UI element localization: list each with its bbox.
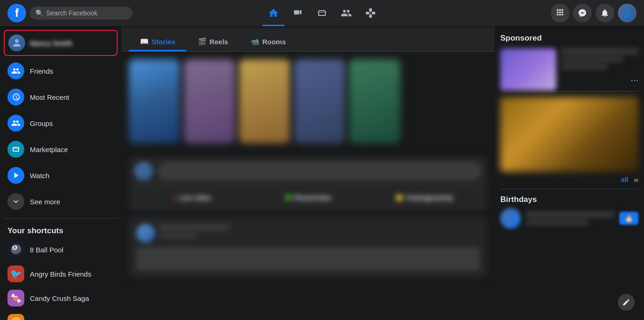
sidebar-user-avatar <box>8 35 25 51</box>
apps-button[interactable] <box>551 4 569 22</box>
story-card[interactable] <box>349 59 400 143</box>
story-card[interactable] <box>294 59 345 143</box>
ad-description <box>561 57 623 62</box>
sponsored-ad[interactable] <box>500 49 638 90</box>
birthday-send-button[interactable]: 🎂 <box>619 212 638 225</box>
sidebar-item-marketplace-label: Marketplace <box>30 146 68 153</box>
feeling-icon: 😊 <box>395 194 403 202</box>
feed-post-header <box>136 224 480 243</box>
user-avatar-button[interactable]: 👤 <box>618 4 637 22</box>
post-input-area <box>134 162 482 181</box>
stories-grid <box>121 52 495 151</box>
main-layout: Nancy Smith Friends Most Recent Groups M <box>0 26 644 320</box>
post-input-bar[interactable] <box>158 162 482 181</box>
nav-marketplace-button[interactable] <box>311 2 333 24</box>
nav-groups-button[interactable] <box>335 2 357 24</box>
sidebar-item-most-recent[interactable]: Most Recent <box>4 84 118 110</box>
most-recent-icon <box>7 89 24 105</box>
sponsored-large-image[interactable] <box>500 97 638 172</box>
birthday-info <box>525 220 588 225</box>
topnav: f 🔍 👤 <box>0 0 644 26</box>
shortcut-8ball[interactable]: 🎱 8 Ball Pool <box>4 237 118 262</box>
tab-stories[interactable]: 📖 Stories <box>129 32 187 51</box>
facebook-logo[interactable]: f <box>7 4 26 22</box>
shortcut-coin-master-label: Coin Master <box>30 319 68 320</box>
ad-info <box>561 49 638 90</box>
nav-home-button[interactable] <box>262 2 285 24</box>
live-video-button[interactable]: ● Live video <box>134 190 249 205</box>
search-input[interactable] <box>46 9 127 17</box>
post-creator: ● Live video 🖼 Photo/video 😊 Feeling/act… <box>129 156 487 211</box>
coin-master-icon: 🪙 <box>7 314 24 320</box>
tab-rooms-label: Rooms <box>262 38 286 46</box>
all-link[interactable]: all <box>621 174 629 185</box>
w-link[interactable]: w <box>634 176 638 183</box>
shortcut-coin-master[interactable]: 🪙 Coin Master <box>4 310 118 320</box>
live-video-icon: ● <box>172 194 176 202</box>
sidebar-user-item[interactable]: Nancy Smith <box>4 30 118 56</box>
reels-icon: 🎬 <box>198 37 207 46</box>
messenger-button[interactable] <box>573 4 592 22</box>
stories-tabs: 📖 Stories 🎬 Reels 📹 Rooms <box>121 26 495 52</box>
birthdays-section: Birthdays 🎂 <box>500 195 638 229</box>
nav-video-button[interactable] <box>287 2 309 24</box>
right-panel: Sponsored ··· all w Birthdays <box>495 26 644 320</box>
topnav-center <box>262 2 382 24</box>
post-creator-avatar <box>134 162 153 181</box>
shortcut-angry-birds-label: Angry Birds Friends <box>30 270 91 278</box>
story-card[interactable] <box>239 59 290 143</box>
angry-birds-icon: 🐦 <box>7 265 24 282</box>
ad-source <box>561 64 608 69</box>
sidebar-item-groups[interactable]: Groups <box>4 110 118 136</box>
birthdays-header: Birthdays <box>500 195 638 204</box>
write-message-button[interactable] <box>618 294 635 311</box>
feeling-label: Feeling/activity <box>406 194 453 202</box>
story-card[interactable] <box>129 59 180 143</box>
8ball-icon: 🎱 <box>7 241 24 258</box>
ad-image <box>500 49 556 90</box>
sidebar-item-see-more-label: See more <box>30 198 60 206</box>
friends-icon <box>7 63 24 79</box>
shortcut-8ball-label: 8 Ball Pool <box>30 246 63 254</box>
tab-rooms[interactable]: 📹 Rooms <box>239 32 297 51</box>
tab-stories-label: Stories <box>152 38 175 46</box>
marketplace-icon <box>7 141 24 158</box>
sidebar-item-friends[interactable]: Friends <box>4 58 118 84</box>
feed-post-name <box>160 224 230 230</box>
sidebar: Nancy Smith Friends Most Recent Groups M <box>0 26 121 320</box>
groups-icon <box>7 115 24 132</box>
fb-logo-letter: f <box>15 7 19 20</box>
nav-gaming-button[interactable] <box>359 2 382 24</box>
feed-post-content <box>136 247 480 271</box>
rooms-icon: 📹 <box>251 37 259 46</box>
shortcut-angry-birds[interactable]: 🐦 Angry Birds Friends <box>4 262 118 286</box>
birthday-avatar <box>500 208 521 229</box>
ad-title <box>561 49 638 54</box>
birthday-content: 🎂 <box>500 208 638 229</box>
stories-icon: 📖 <box>140 37 149 46</box>
sidebar-item-see-more[interactable]: See more <box>4 188 118 215</box>
shortcut-candy-crush-label: Candy Crush Saga <box>30 294 89 302</box>
sidebar-item-watch-label: Watch <box>30 172 49 180</box>
post-actions: ● Live video 🖼 Photo/video 😊 Feeling/act… <box>134 185 482 205</box>
sidebar-item-marketplace[interactable]: Marketplace <box>4 136 118 162</box>
sidebar-item-watch[interactable]: Watch <box>4 162 118 188</box>
feed-post-time <box>160 233 197 238</box>
tab-reels-label: Reels <box>210 38 228 46</box>
notifications-button[interactable] <box>595 4 614 22</box>
search-bar[interactable]: 🔍 <box>30 7 133 20</box>
sidebar-divider <box>4 218 118 219</box>
shortcut-candy-crush[interactable]: 🍬 Candy Crush Saga <box>4 286 118 310</box>
live-video-label: Live video <box>179 194 211 202</box>
see-more-icon <box>7 193 24 210</box>
story-card[interactable] <box>184 59 235 143</box>
sidebar-item-groups-label: Groups <box>30 119 53 127</box>
panel-divider <box>500 91 638 91</box>
photo-video-icon: 🖼 <box>285 194 291 202</box>
feed-post <box>129 216 487 278</box>
tab-reels[interactable]: 🎬 Reels <box>187 32 239 51</box>
topnav-left: f 🔍 <box>7 4 133 22</box>
feeling-button[interactable]: 😊 Feeling/activity <box>367 190 482 205</box>
topnav-right: 👤 <box>551 4 637 22</box>
photo-video-button[interactable]: 🖼 Photo/video <box>251 190 365 205</box>
